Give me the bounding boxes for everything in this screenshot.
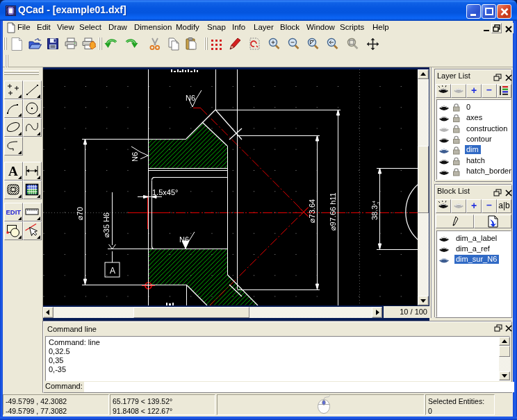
svg-text:A: A bbox=[8, 164, 18, 178]
svg-text:A: A bbox=[110, 266, 115, 276]
svg-text:+4: +4 bbox=[372, 200, 376, 205]
svg-text:EDIT: EDIT bbox=[6, 208, 22, 216]
svg-text:⌀35 H6: ⌀35 H6 bbox=[102, 212, 110, 237]
svg-text:⌀70: ⌀70 bbox=[76, 207, 84, 220]
svg-text:⌀97.66 h11: ⌀97.66 h11 bbox=[329, 192, 337, 230]
svg-text:38.3: 38.3 bbox=[370, 205, 379, 220]
svg-text:⌀73.64: ⌀73.64 bbox=[308, 199, 316, 223]
svg-text:N6: N6 bbox=[179, 235, 189, 244]
svg-text:N6: N6 bbox=[131, 152, 139, 162]
svg-text:1.5x45°: 1.5x45° bbox=[152, 188, 178, 196]
svg-text:-2: -2 bbox=[377, 201, 381, 205]
svg-text:N6: N6 bbox=[186, 94, 195, 102]
